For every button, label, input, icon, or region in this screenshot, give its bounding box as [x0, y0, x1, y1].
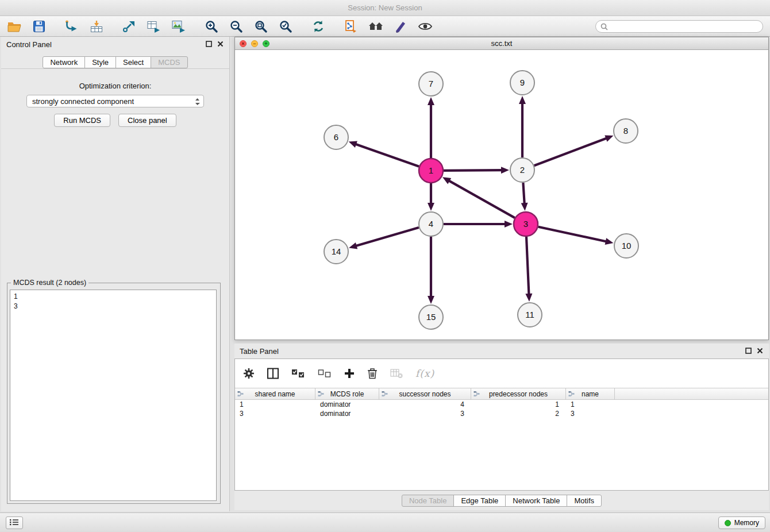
zoom-out-button[interactable]	[228, 18, 245, 35]
cell-MCDS-role[interactable]: dominator	[315, 409, 379, 418]
node-2[interactable]: 2	[510, 158, 534, 182]
search-input[interactable]	[611, 21, 758, 32]
edge-3-1[interactable]	[442, 177, 515, 218]
status-bar: Memory	[0, 512, 770, 532]
open-session-button[interactable]	[6, 18, 23, 35]
export-image-button[interactable]	[170, 18, 187, 35]
export-network-button[interactable]	[121, 18, 138, 35]
eye-button[interactable]	[417, 18, 434, 35]
apply-layout-button[interactable]	[310, 18, 327, 35]
show-panels-button[interactable]	[6, 516, 23, 529]
close-panel-icon[interactable]	[217, 41, 224, 47]
edge-4-15[interactable]	[428, 237, 434, 304]
export-table-button[interactable]	[145, 18, 163, 35]
table-settings-button[interactable]	[243, 368, 255, 379]
tab-motifs[interactable]: Motifs	[567, 495, 602, 507]
select-all-columns-button[interactable]	[291, 369, 305, 379]
edge-2-8[interactable]	[534, 136, 614, 166]
cell-name[interactable]: 3	[566, 409, 615, 418]
node-9[interactable]: 9	[510, 71, 534, 95]
column-header-MCDS-role[interactable]: MCDS role	[315, 388, 379, 400]
node-1[interactable]: 1	[419, 159, 443, 183]
node-14[interactable]: 14	[324, 240, 348, 264]
cell-successor-nodes[interactable]: 3	[379, 409, 471, 418]
column-header-successor-nodes[interactable]: successor nodes	[379, 388, 471, 400]
tab-mcds[interactable]: MCDS	[151, 56, 187, 68]
column-header-shared-name[interactable]: shared name	[235, 388, 315, 400]
add-column-button[interactable]	[344, 368, 355, 379]
column-edit-icon	[568, 391, 575, 399]
criterion-dropdown[interactable]: strongly connected component	[26, 95, 204, 107]
edge-2-9[interactable]	[519, 96, 526, 157]
graphics-details-button[interactable]	[342, 18, 360, 35]
edge-1-6[interactable]	[349, 141, 419, 167]
export-image-icon	[172, 20, 186, 33]
annotation-pen-icon	[394, 20, 407, 33]
node-4[interactable]: 4	[419, 212, 443, 236]
delete-columns-button[interactable]	[367, 368, 378, 379]
column-header-name[interactable]: name	[566, 388, 615, 400]
cell-MCDS-role[interactable]: dominator	[315, 400, 379, 409]
tab-node-table[interactable]: Node Table	[402, 495, 455, 507]
network-canvas[interactable]: 7968124314101511	[235, 50, 768, 340]
tab-select[interactable]: Select	[116, 56, 151, 68]
cell-shared-name[interactable]: 3	[235, 409, 315, 418]
column-header-predecessor-nodes[interactable]: predecessor nodes	[471, 388, 566, 400]
table-row[interactable]: 1dominator411	[235, 400, 768, 409]
mcds-result-list[interactable]: 1 3	[10, 290, 217, 501]
float-table-panel-icon[interactable]	[745, 348, 752, 354]
svg-text:7: 7	[429, 79, 433, 88]
home-button[interactable]	[367, 18, 384, 35]
edge-3-10[interactable]	[538, 227, 614, 245]
node-8[interactable]: 8	[614, 119, 638, 143]
cell-predecessor-nodes[interactable]: 2	[471, 409, 566, 418]
cell-name[interactable]: 1	[566, 400, 615, 409]
node-6[interactable]: 6	[324, 125, 348, 149]
memory-button[interactable]: Memory	[718, 516, 765, 529]
tab-network[interactable]: Network	[43, 56, 85, 68]
tab-edge-table[interactable]: Edge Table	[453, 495, 506, 507]
float-panel-icon[interactable]	[206, 41, 212, 47]
run-mcds-button[interactable]: Run MCDS	[54, 114, 110, 127]
node-10[interactable]: 10	[614, 234, 638, 258]
zoom-in-button[interactable]	[203, 18, 220, 35]
node-3[interactable]: 3	[514, 212, 538, 236]
tab-network-table[interactable]: Network Table	[505, 495, 567, 507]
import-table-button[interactable]	[88, 18, 105, 35]
zoom-selected-icon	[279, 20, 292, 33]
eye-icon	[418, 22, 432, 31]
node-15[interactable]: 15	[419, 305, 443, 329]
node-7[interactable]: 7	[419, 72, 443, 96]
save-session-button[interactable]	[30, 18, 48, 35]
unselect-all-columns-button[interactable]	[318, 369, 332, 379]
table-row[interactable]: 3dominator323	[235, 409, 768, 418]
cell-successor-nodes[interactable]: 4	[379, 400, 471, 409]
show-columns-button[interactable]	[267, 368, 279, 379]
edge-1-4[interactable]	[428, 183, 434, 211]
minimize-window-button[interactable]: −	[251, 40, 258, 47]
edge-3-11[interactable]	[525, 237, 532, 302]
close-table-panel-icon[interactable]	[757, 348, 763, 354]
close-panel-button[interactable]: Close panel	[118, 114, 176, 127]
cell-shared-name[interactable]: 1	[235, 400, 315, 409]
annotation-pen-button[interactable]	[392, 18, 409, 35]
zoom-fit-button[interactable]	[252, 18, 270, 35]
cell-predecessor-nodes[interactable]: 1	[471, 400, 566, 409]
edge-1-7[interactable]	[428, 97, 434, 158]
tab-style[interactable]: Style	[84, 56, 116, 68]
edge-2-3[interactable]	[521, 183, 528, 211]
edge-4-3[interactable]	[444, 221, 513, 228]
column-header-filler	[615, 388, 768, 400]
edge-1-2[interactable]	[444, 167, 509, 174]
add-column-icon	[344, 368, 355, 379]
network-window-titlebar[interactable]: × − + scc.txt	[235, 37, 768, 50]
search-box	[595, 20, 763, 33]
zoom-selected-button[interactable]	[277, 18, 294, 35]
node-11[interactable]: 11	[518, 303, 542, 327]
close-window-button[interactable]: ×	[240, 40, 247, 47]
window-title: Session: New Session	[348, 3, 422, 12]
table-toolbar: f(x)	[235, 359, 768, 388]
edge-4-14[interactable]	[349, 228, 419, 249]
import-network-button[interactable]	[63, 18, 80, 35]
zoom-window-button[interactable]: +	[263, 40, 270, 47]
